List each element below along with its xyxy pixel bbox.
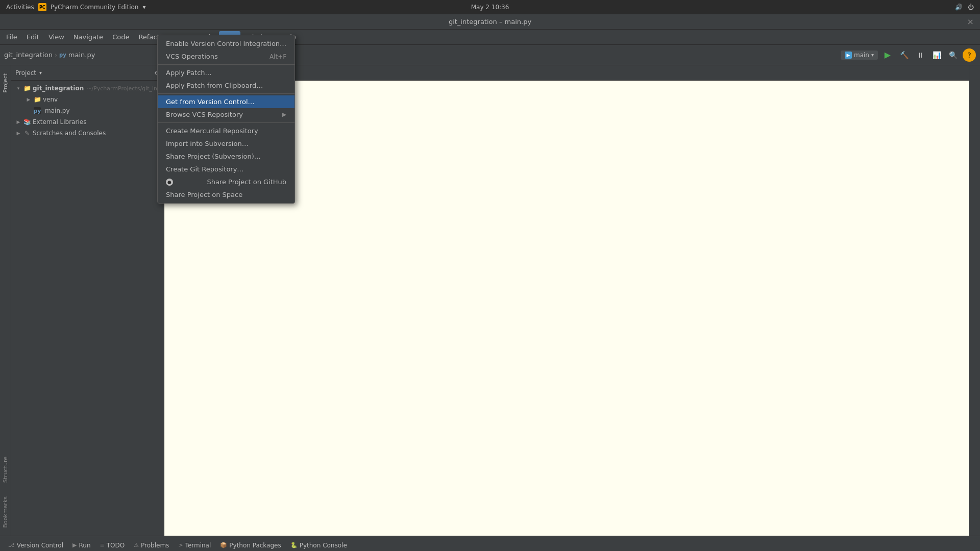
- app-icon: PC: [38, 3, 46, 11]
- vcs-enable-vcs-label: Enable Version Control Integration…: [166, 40, 286, 47]
- title-bar: git_integration – main.py ×: [0, 14, 980, 30]
- side-tab-structure[interactable]: Structure: [0, 453, 11, 487]
- datetime-label: May 2 10:36: [471, 4, 509, 11]
- build-button[interactable]: 🔨: [897, 48, 911, 62]
- vcs-share-subversion[interactable]: Share Project (Subversion)…: [158, 150, 295, 163]
- vcs-apply-patch-clipboard-label: Apply Patch from Clipboard…: [166, 82, 263, 89]
- bottom-tab-python-packages[interactable]: 📦 Python Packages: [216, 540, 285, 551]
- tree-arrow-scratches: ▶: [15, 130, 21, 136]
- power-icon[interactable]: ⏻: [968, 4, 974, 11]
- window-close-button[interactable]: ×: [967, 17, 974, 27]
- tree-label-scratches: Scratches and Consoles: [33, 130, 106, 137]
- tree-item-main-py[interactable]: py main.py: [11, 105, 164, 116]
- tree-arrow-ext-libs: ▶: [15, 119, 21, 125]
- bottom-tab-run[interactable]: ▶ Run: [68, 540, 94, 551]
- menu-code[interactable]: Code: [108, 31, 133, 43]
- python-console-icon: 🐍: [290, 542, 298, 548]
- problems-label: Problems: [141, 542, 169, 549]
- vcs-create-git-label: Create Git Repository…: [166, 165, 243, 173]
- vcs-apply-patch[interactable]: Apply Patch…: [158, 66, 295, 79]
- vcs-apply-patch-label: Apply Patch…: [166, 69, 212, 77]
- tree-arrow-root: ▾: [15, 85, 21, 91]
- run-config-dropdown[interactable]: ▾: [871, 52, 874, 58]
- terminal-label: Terminal: [185, 542, 211, 549]
- project-title: Project: [15, 69, 36, 77]
- bottom-tab-version-control[interactable]: ⎇ Version Control: [4, 540, 67, 551]
- volume-icon[interactable]: 🔊: [955, 4, 963, 11]
- run-config[interactable]: ▶ main ▾: [841, 51, 878, 60]
- project-tree: ▾ 📁 git_integration ~/PycharmProjects/gi…: [11, 81, 164, 536]
- bottom-tab-python-console[interactable]: 🐍 Python Console: [286, 540, 351, 551]
- vcs-browse-repo-label: Browse VCS Repository: [166, 111, 243, 118]
- bottom-tab-terminal[interactable]: > Terminal: [174, 540, 215, 551]
- tree-icon-ext-libs: 📚: [23, 118, 31, 126]
- bottom-toolbar: ⎇ Version Control ▶ Run ≡ TODO ⚠ Problem…: [0, 536, 980, 551]
- help-button[interactable]: ?: [963, 48, 976, 62]
- run-config-label: main: [854, 52, 869, 59]
- window-title: git_integration – main.py: [449, 18, 531, 26]
- right-side-icons: [969, 65, 980, 536]
- vcs-get-from-vcs[interactable]: Get from Version Control…: [158, 95, 295, 108]
- bottom-tab-problems[interactable]: ⚠ Problems: [130, 540, 173, 551]
- python-packages-label: Python Packages: [229, 542, 281, 549]
- system-bar: Activities PC PyCharm Community Edition …: [0, 0, 980, 14]
- bottom-tab-todo[interactable]: ≡ TODO: [96, 540, 129, 551]
- side-tab-bookmarks[interactable]: Bookmarks: [0, 492, 11, 532]
- debug-button[interactable]: ⏸: [914, 48, 927, 62]
- vcs-share-subversion-label: Share Project (Subversion)…: [166, 153, 261, 160]
- project-dropdown[interactable]: ▾: [39, 70, 42, 76]
- tree-folder-icon-root: 📁: [23, 85, 31, 92]
- toolbar-right: ▶ main ▾ ▶ 🔨 ⏸ 📊 🔍 ?: [841, 48, 976, 62]
- python-packages-icon: 📦: [220, 542, 227, 548]
- problems-icon: ⚠: [134, 542, 139, 548]
- vcs-browse-repo[interactable]: Browse VCS Repository ▶: [158, 108, 295, 121]
- search-button[interactable]: 🔍: [946, 48, 960, 62]
- tree-item-ext-libs[interactable]: ▶ 📚 External Libraries: [11, 116, 164, 128]
- run-tab-label: Run: [79, 542, 90, 549]
- menu-edit[interactable]: Edit: [22, 31, 43, 43]
- version-control-icon: ⎇: [8, 542, 15, 548]
- tree-label-root: git_integration: [33, 85, 84, 92]
- vcs-get-from-vcs-label: Get from Version Control…: [166, 98, 255, 106]
- side-panel-tabs: Project Structure Bookmarks: [0, 65, 11, 536]
- vcs-import-subversion[interactable]: Import into Subversion…: [158, 137, 295, 150]
- vcs-share-github[interactable]: ● Share Project on GitHub: [158, 176, 295, 188]
- tree-item-root[interactable]: ▾ 📁 git_integration ~/PycharmProjects/gi…: [11, 83, 164, 94]
- breadcrumb: git_integration › py main.py: [4, 51, 95, 59]
- vcs-browse-repo-arrow: ▶: [282, 111, 286, 118]
- project-panel: Project ▾ ⚙ ▾ 📁 git_integration ~/Pychar…: [11, 65, 164, 536]
- tree-item-venv[interactable]: ▶ 📁 venv: [11, 94, 164, 105]
- menu-bar: File Edit View Navigate Code Refactor Ru…: [0, 30, 980, 45]
- menu-view[interactable]: View: [44, 31, 68, 43]
- tree-item-scratches[interactable]: ▶ ✎ Scratches and Consoles: [11, 128, 164, 139]
- app-name-label[interactable]: PyCharm Community Edition: [51, 4, 139, 11]
- tree-file-icon-main-py: py: [34, 107, 41, 114]
- vcs-share-github-label: Share Project on GitHub: [207, 178, 286, 186]
- activities-label[interactable]: Activities: [6, 4, 34, 11]
- vcs-divider-1: [158, 64, 295, 65]
- run-button[interactable]: ▶: [881, 48, 894, 62]
- vcs-create-git[interactable]: Create Git Repository…: [158, 163, 295, 176]
- vcs-create-mercurial[interactable]: Create Mercurial Repository: [158, 124, 295, 137]
- vcs-divider-3: [158, 122, 295, 123]
- vcs-apply-patch-clipboard[interactable]: Apply Patch from Clipboard…: [158, 79, 295, 92]
- app-dropdown-arrow[interactable]: ▾: [142, 4, 145, 11]
- side-tab-project[interactable]: Project: [0, 69, 11, 97]
- project-header: Project ▾ ⚙: [11, 65, 164, 81]
- vcs-share-space[interactable]: Share Project on Space: [158, 188, 295, 201]
- menu-file[interactable]: File: [2, 31, 21, 43]
- breadcrumb-project[interactable]: git_integration: [4, 51, 53, 59]
- tree-arrow-venv: ▶: [26, 96, 32, 103]
- profile-button[interactable]: 📊: [930, 48, 943, 62]
- menu-navigate[interactable]: Navigate: [69, 31, 107, 43]
- vcs-operations-shortcut: Alt+F: [270, 53, 286, 60]
- vcs-enable-vcs[interactable]: Enable Version Control Integration…: [158, 37, 295, 50]
- vcs-import-subversion-label: Import into Subversion…: [166, 140, 249, 147]
- python-console-label: Python Console: [300, 542, 347, 549]
- todo-icon: ≡: [100, 542, 105, 548]
- vcs-create-mercurial-label: Create Mercurial Repository: [166, 127, 258, 135]
- vcs-operations[interactable]: VCS Operations Alt+F: [158, 50, 295, 63]
- vcs-divider-2: [158, 93, 295, 94]
- breadcrumb-file[interactable]: py main.py: [59, 51, 95, 59]
- todo-label: TODO: [107, 542, 125, 549]
